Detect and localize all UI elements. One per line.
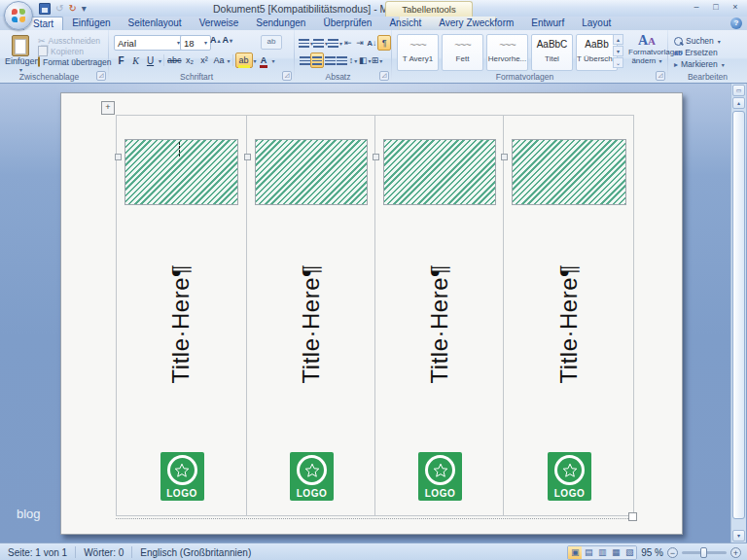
style-tile-fett[interactable]: ~~~ Fett [442,34,483,71]
print-layout-view-button[interactable]: ▣ [568,546,582,559]
replace-button[interactable]: ab Ersetzen [674,47,725,58]
line-spacing-button[interactable]: ↕▾ [347,53,359,67]
tab-entwurf[interactable]: Entwurf [522,17,573,30]
outline-view-button[interactable]: ▦ [609,546,622,559]
highlight-color-button[interactable]: ab [235,52,253,68]
zoom-slider[interactable] [682,551,727,554]
hatched-placeholder-1[interactable] [124,139,238,205]
subscript-button[interactable]: x₂ [183,53,197,67]
font-color-dropdown-icon[interactable]: ▾ [272,57,275,64]
sort-button[interactable]: A↓ [366,36,377,50]
show-paragraph-marks-button[interactable]: ¶ [377,35,391,51]
save-icon[interactable] [39,3,51,15]
paragraph-dialog-launcher[interactable]: ◿ [379,71,389,81]
scroll-down-button[interactable]: ▾ [732,530,745,542]
fullscreen-reading-view-button[interactable]: ▤ [582,546,595,559]
table-resize-handle[interactable] [628,512,637,521]
scrollbar-thumb[interactable] [732,111,745,519]
help-button[interactable]: ? [730,18,742,29]
paste-button[interactable]: Einfügen ▾ [5,34,36,77]
hatched-placeholder-3[interactable] [383,139,496,205]
maximize-button[interactable]: □ [710,2,722,12]
increase-indent-button[interactable]: ⇥ [354,36,366,50]
logo-box-4[interactable]: LOGO [548,452,591,501]
font-name-combobox[interactable]: Arial ▾ [114,35,184,51]
scroll-up-button[interactable]: ▴ [732,97,745,109]
underline-button[interactable]: U [143,53,158,67]
style-tile-titel[interactable]: AaBbC Titel [531,34,573,71]
hatched-placeholder-2[interactable] [255,139,368,205]
table-move-handle[interactable]: + [101,101,115,115]
change-case-button[interactable]: Aa [212,53,227,67]
find-button[interactable]: Suchen ▾ [674,35,725,47]
logo-box-3[interactable]: LOGO [418,452,462,501]
justify-button[interactable] [336,53,347,67]
hatched-placeholder-4[interactable] [512,139,626,205]
strikethrough-button[interactable]: abc [166,53,183,67]
tab-ueberpruefen[interactable]: Überprüfen [314,17,380,30]
clear-formatting-button[interactable]: ab [261,35,282,50]
word-count[interactable]: Wörter: 0 [76,547,131,558]
tab-avery-zweckform[interactable]: Avery Zweckform [430,17,522,30]
ruler-toggle-button[interactable]: ▭ [732,85,745,96]
bold-button[interactable]: F [114,53,128,67]
style-tile-avery1[interactable]: ~~~ T Avery1 [397,34,439,71]
format-painter-button[interactable]: Format übertragen [38,56,106,67]
undo-button[interactable]: ↺ [55,3,63,15]
close-button[interactable]: × [729,2,741,12]
zoom-in-button[interactable]: + [730,547,741,558]
office-button[interactable] [4,1,33,30]
style-tile-ueberschrift[interactable]: AaBb T Übersch... [576,34,618,71]
tab-einfuegen[interactable]: Einfügen [63,17,119,30]
web-layout-view-button[interactable]: ▥ [595,546,609,559]
styles-scroll-down-button[interactable]: ▾ [613,46,623,56]
tab-verweise[interactable]: Verweise [191,17,248,30]
style-tile-hervorheben[interactable]: ~~~ Hervorhe... [486,34,528,71]
numbering-button[interactable]: ▾ [313,36,328,50]
align-center-button[interactable] [310,52,324,68]
minimize-button[interactable]: – [691,2,702,12]
zoom-level[interactable]: 95 % [641,547,663,558]
logo-box-2[interactable]: LOGO [290,452,334,501]
tab-layout[interactable]: Layout [573,17,620,30]
change-case-dropdown-icon[interactable]: ▾ [228,57,231,64]
zoom-slider-handle[interactable] [700,547,707,558]
label-title-4[interactable]: Title·Here¶ [504,256,634,392]
styles-scroll-up-button[interactable]: ▴ [613,34,623,45]
select-button[interactable]: ▸ Markieren ▾ [674,58,725,70]
styles-dialog-launcher[interactable]: ◿ [656,71,665,81]
draft-view-button[interactable]: ▧ [622,546,636,559]
redo-button[interactable]: ↻ [68,3,76,15]
font-size-combobox[interactable]: 18 ▾ [180,35,211,51]
tab-sendungen[interactable]: Sendungen [247,17,314,30]
italic-button[interactable]: K [128,53,143,67]
shading-button[interactable]: ◧▾ [359,53,372,67]
borders-button[interactable]: ⊞▾ [372,53,383,67]
tab-seitenlayout[interactable]: Seitenlayout [120,17,191,30]
font-dialog-launcher[interactable]: ◿ [282,71,292,81]
copy-button[interactable]: Kopieren [38,46,106,56]
customize-qat-button[interactable]: ▾ [82,3,87,15]
shrink-font-button[interactable]: A▾ [223,35,233,45]
decrease-indent-button[interactable]: ⇤ [342,36,354,50]
align-left-button[interactable] [299,53,310,67]
document-page[interactable]: + Title·Here¶ LOGO [60,92,683,535]
label-title-1[interactable]: Title·Here¶ [117,256,246,392]
vertical-scrollbar[interactable]: ▭ ▴ ▾ [730,84,746,542]
underline-dropdown-icon[interactable]: ▾ [159,57,161,64]
language-indicator[interactable]: Englisch (Großbritannien) [132,547,259,558]
superscript-button[interactable]: x² [197,53,212,67]
label-title-2[interactable]: Title·Here¶ [247,256,375,392]
tab-ansicht[interactable]: Ansicht [380,17,430,30]
label-title-3[interactable]: Title·Here¶ [375,256,504,392]
bullets-button[interactable]: ▾ [299,36,313,50]
multilevel-list-button[interactable]: ▾ [328,36,342,50]
cut-button[interactable]: ✂ Ausschneiden [38,35,106,46]
styles-gallery-more-button[interactable]: ⌄ [613,57,623,68]
align-right-button[interactable] [324,53,336,67]
font-color-button[interactable]: A [257,53,271,67]
logo-box-1[interactable]: LOGO [160,452,204,501]
page-indicator[interactable]: Seite: 1 von 1 [0,547,75,558]
clipboard-dialog-launcher[interactable]: ◿ [96,71,106,81]
zoom-out-button[interactable]: − [667,547,678,558]
